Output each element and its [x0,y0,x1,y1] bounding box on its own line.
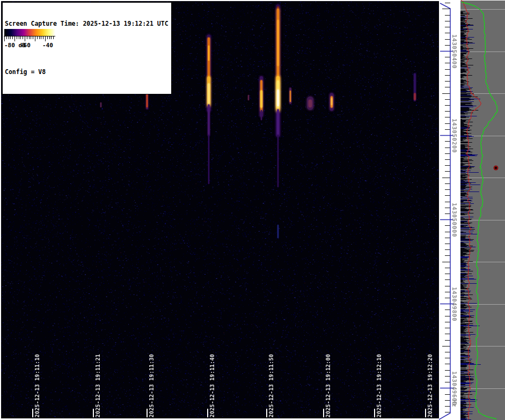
time-label: 2025-12-13 19:11:10 [34,354,41,417]
time-tick-mark [374,409,375,417]
frequency-axis: 1430504001430502001430500001430498001430… [439,0,460,420]
time-tick-mark [425,409,426,417]
color-scale-ticks [4,36,55,42]
frequency-label: 143050000 [450,203,458,237]
time-tick-mark [93,409,94,417]
frequency-label: 143050400 [450,34,458,69]
time-tick-mark [207,409,208,417]
time-label: 2025-12-13 19:12:20 [427,354,434,417]
color-scale-labels: -80 dB -60 -40 [4,42,56,50]
db-label-40: -40 [42,42,53,49]
frequency-label: 143049800 [450,287,458,321]
time-label: 2025-12-13 19:11:30 [148,354,155,417]
time-tick-mark [147,409,148,417]
time-label: 2025-12-13 19:11:21 [94,354,101,417]
time-label: 2025-12-13 19:12:00 [325,354,332,417]
time-label: 2025-12-13 19:12:10 [376,354,383,417]
frequency-label: 143050200 [450,119,458,153]
color-gradient-bar [4,29,55,36]
spectrum-lab-screen: 2025-12-13 19:11:102025-12-13 19:11:2120… [0,0,505,420]
frequency-unit-label: Hz [450,400,458,407]
time-tick-mark [323,409,324,417]
time-label: 2025-12-13 19:11:50 [268,354,275,417]
time-tick-mark [266,409,267,417]
config-text: Config = V8 [5,68,169,76]
color-scale-legend: -80 dB -60 -40 [4,28,56,51]
db-label-60: -60 [20,42,31,49]
capture-time-text: Screen Capture Time: 2025-12-13 19:12:21… [5,20,169,28]
time-label: 2025-12-13 19:11:40 [209,354,216,417]
spectrum-analyzer-panel [460,0,505,420]
time-tick-mark [32,409,33,417]
